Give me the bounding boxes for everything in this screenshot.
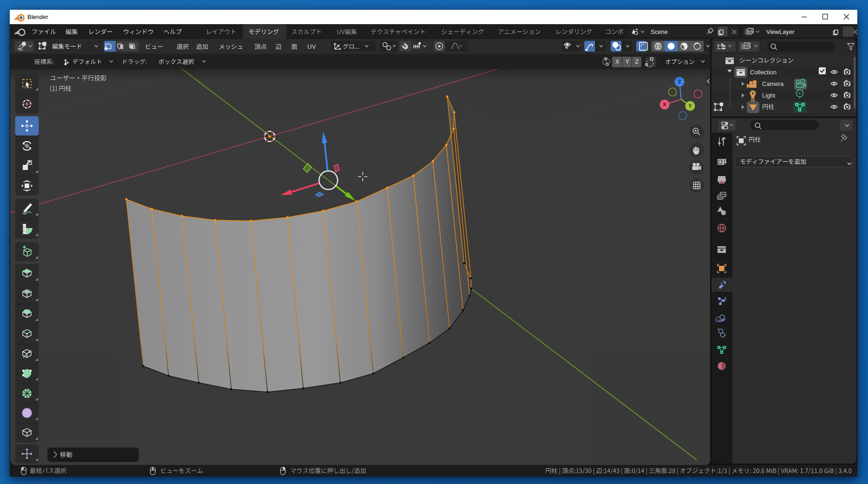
svg-text:X: X — [663, 102, 666, 107]
svg-text:Y: Y — [688, 103, 692, 109]
svg-text:Camera: Camera — [762, 80, 784, 87]
svg-text:Light: Light — [762, 92, 776, 99]
svg-text:Collection: Collection — [750, 69, 777, 76]
